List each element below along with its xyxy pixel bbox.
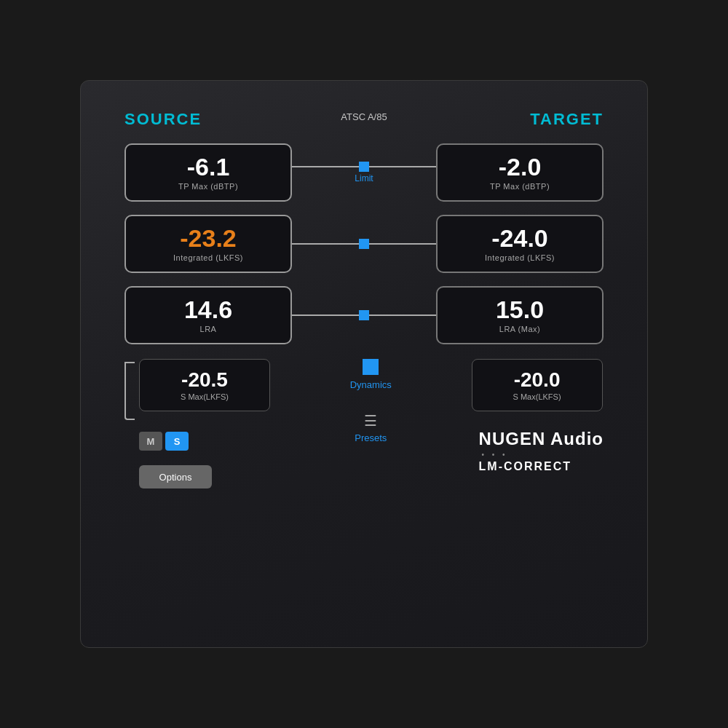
bracket-symbol <box>124 362 135 420</box>
source-lra-label: LRA <box>200 325 217 333</box>
connector-square-3[interactable] <box>359 310 369 320</box>
source-integrated-box: -23.2 Integrated (LKFS) <box>124 215 292 273</box>
dynamics-square[interactable] <box>363 359 379 375</box>
source-integrated-value: -23.2 <box>180 226 237 250</box>
meter-row-integrated: -23.2 Integrated (LKFS) -24.0 Integrated… <box>124 215 604 273</box>
target-smax-box: -20.0 S Max(LKFS) <box>472 359 603 411</box>
s-button[interactable]: S <box>165 432 189 451</box>
connector-integrated <box>292 239 436 249</box>
target-integrated-label: Integrated (LKFS) <box>485 253 555 262</box>
options-button[interactable]: Options <box>139 465 212 488</box>
target-smax-label: S Max(LKFS) <box>513 392 561 401</box>
target-lra-value: 15.0 <box>496 297 544 322</box>
plugin-container: SOURCE ATSC A/85 TARGET -6.1 TP Max (dBT… <box>80 80 648 648</box>
source-tp-max-label: TP Max (dBTP) <box>178 182 238 191</box>
connector-line-left-3 <box>292 314 359 316</box>
source-integrated-label: Integrated (LKFS) <box>173 253 243 262</box>
right-bottom: -20.0 S Max(LKFS) NUGEN Audio • • • LM-C… <box>472 359 604 473</box>
source-smax-value: -20.5 <box>181 370 228 390</box>
target-integrated-value: -24.0 <box>491 226 548 250</box>
connector-square-2[interactable] <box>359 239 369 249</box>
source-title: SOURCE <box>124 110 202 129</box>
m-button[interactable]: M <box>139 432 162 451</box>
meter-row-tp-max: -6.1 TP Max (dBTP) Limit -2.0 TP Max (dB… <box>124 143 604 202</box>
source-smax-label: S Max(LKFS) <box>181 392 229 401</box>
meter-row-lra: 14.6 LRA 15.0 LRA (Max) <box>124 286 604 344</box>
meters-section: -6.1 TP Max (dBTP) Limit -2.0 TP Max (dB… <box>124 143 604 344</box>
source-tp-max-value: -6.1 <box>187 154 230 179</box>
source-tp-max-box: -6.1 TP Max (dBTP) <box>124 143 292 202</box>
target-lra-box: 15.0 LRA (Max) <box>436 286 604 344</box>
source-lra-value: 14.6 <box>184 297 232 322</box>
brand-product: LM-CORRECT <box>479 460 572 473</box>
connector-square-1[interactable] <box>359 162 369 172</box>
connector-tp-max: Limit <box>292 162 436 183</box>
target-integrated-box: -24.0 Integrated (LKFS) <box>436 215 604 273</box>
target-tp-max-box: -2.0 TP Max (dBTP) <box>436 143 604 202</box>
connector-line-right-3 <box>369 314 436 316</box>
connector-line-left-1 <box>292 166 359 167</box>
ms-buttons: M S <box>139 432 270 451</box>
target-lra-label: LRA (Max) <box>499 325 540 333</box>
dynamics-group: Dynamics <box>350 359 392 402</box>
bracket-group: -20.5 S Max(LKFS) <box>124 359 270 420</box>
dynamics-label: Dynamics <box>350 379 392 390</box>
presets-icon[interactable]: ☰ <box>364 412 377 430</box>
brand-dots: • • • <box>479 451 508 459</box>
target-smax-value: -20.0 <box>514 370 561 390</box>
header-row: SOURCE ATSC A/85 TARGET <box>124 110 604 129</box>
left-controls: -20.5 S Max(LKFS) M S Options <box>124 359 270 488</box>
target-tp-max-label: TP Max (dBTP) <box>490 182 550 191</box>
source-smax-box: -20.5 S Max(LKFS) <box>139 359 270 411</box>
source-lra-box: 14.6 LRA <box>124 286 292 344</box>
brand-name: NUGEN Audio <box>479 429 604 449</box>
target-title: TARGET <box>530 110 604 129</box>
connector-line-right-2 <box>369 243 436 245</box>
preset-label: ATSC A/85 <box>341 111 387 122</box>
limit-label: Limit <box>355 173 373 183</box>
presets-label: Presets <box>355 432 387 443</box>
center-controls: Dynamics ☰ Presets <box>270 359 472 443</box>
connector-line-right-1 <box>369 166 436 167</box>
target-tp-max-value: -2.0 <box>499 154 542 179</box>
branding-block: NUGEN Audio • • • LM-CORRECT <box>472 429 604 473</box>
presets-group: ☰ Presets <box>355 412 387 443</box>
connector-lra <box>292 310 436 320</box>
connector-line-left-2 <box>292 243 359 245</box>
bottom-section: -20.5 S Max(LKFS) M S Options Dynamics ☰… <box>124 359 604 488</box>
